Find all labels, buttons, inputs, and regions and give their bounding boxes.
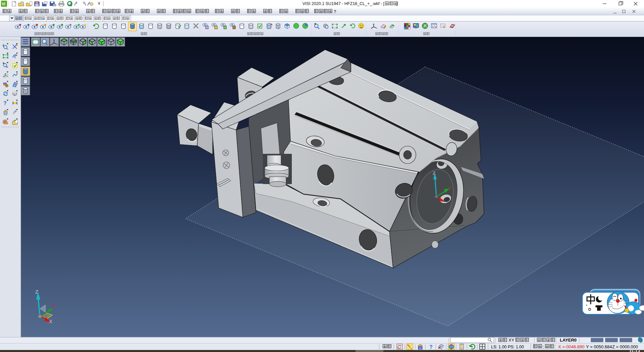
svg-text:Vi: Vi bbox=[2, 2, 5, 6]
svg-text:LAYER0: LAYER0 bbox=[560, 338, 577, 343]
svg-text:X =-0046.890: X =-0046.890 bbox=[558, 344, 584, 349]
svg-text:Y: Y bbox=[52, 303, 55, 309]
svg-text:VISI 2020.1 SU1947 - HFZ16_CL_: VISI 2020.1 SU1947 - HFZ16_CL_+_.wkf - [ bbox=[303, 1, 385, 6]
svg-text:Z: Z bbox=[35, 289, 38, 295]
svg-text:X: X bbox=[49, 318, 52, 324]
svg-text:]: ] bbox=[396, 1, 397, 6]
svg-text:XY: XY bbox=[508, 338, 515, 343]
svg-text:?: ? bbox=[429, 344, 433, 350]
svg-text:11:14: 11:14 bbox=[629, 349, 640, 352]
svg-text:?: ? bbox=[3, 100, 7, 106]
svg-text:10: 10 bbox=[419, 347, 422, 349]
svg-text:Y = 0050.684: Y = 0050.684 bbox=[586, 344, 612, 349]
svg-text:Z: Z bbox=[433, 171, 435, 176]
svg-text:Y: Y bbox=[448, 185, 451, 190]
svg-text:Z = 0000.000: Z = 0000.000 bbox=[612, 344, 638, 349]
svg-text:?: ? bbox=[334, 9, 336, 14]
svg-text::: : bbox=[543, 344, 544, 350]
svg-text:LS: 1.00 PS: 1.00: LS: 1.00 PS: 1.00 bbox=[491, 345, 524, 349]
svg-text:’: ’ bbox=[586, 304, 587, 309]
